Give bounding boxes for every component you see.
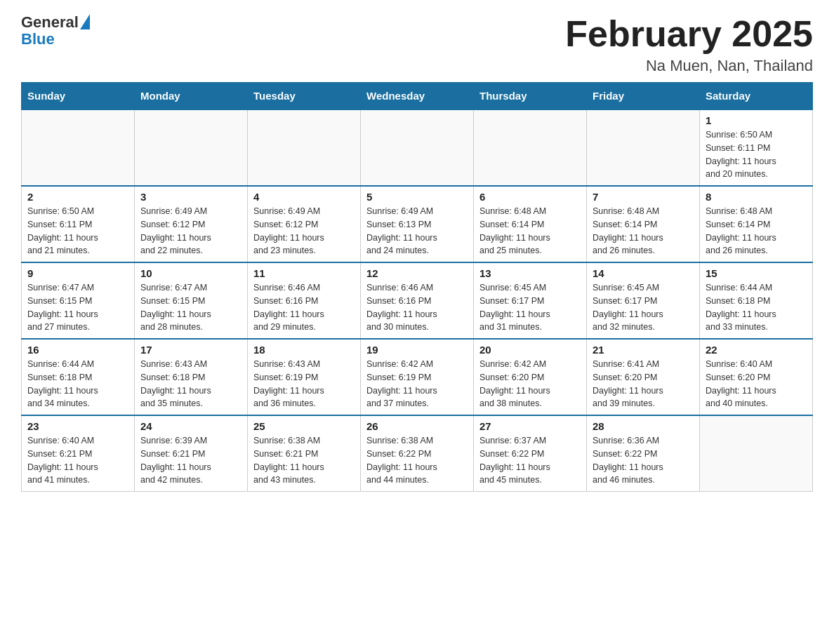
calendar-cell: 13Sunrise: 6:45 AM Sunset: 6:17 PM Dayli… — [474, 262, 587, 339]
day-info: Sunrise: 6:42 AM Sunset: 6:19 PM Dayligh… — [366, 358, 468, 410]
day-number: 14 — [593, 267, 694, 279]
calendar-cell: 19Sunrise: 6:42 AM Sunset: 6:19 PM Dayli… — [361, 339, 474, 415]
day-number: 13 — [479, 267, 581, 279]
calendar-cell: 11Sunrise: 6:46 AM Sunset: 6:16 PM Dayli… — [248, 262, 361, 339]
day-number: 28 — [593, 420, 694, 432]
day-number: 12 — [366, 267, 468, 279]
calendar-cell: 21Sunrise: 6:41 AM Sunset: 6:20 PM Dayli… — [587, 339, 700, 415]
calendar-table: SundayMondayTuesdayWednesdayThursdayFrid… — [21, 82, 813, 492]
calendar-cell: 26Sunrise: 6:38 AM Sunset: 6:22 PM Dayli… — [361, 415, 474, 492]
calendar-week-row: 2Sunrise: 6:50 AM Sunset: 6:11 PM Daylig… — [22, 186, 813, 262]
day-info: Sunrise: 6:41 AM Sunset: 6:20 PM Dayligh… — [593, 358, 694, 410]
title-block: February 2025 Na Muen, Nan, Thailand — [565, 14, 813, 75]
day-number: 19 — [366, 344, 468, 356]
column-header-tuesday: Tuesday — [248, 83, 361, 110]
calendar-cell: 25Sunrise: 6:38 AM Sunset: 6:21 PM Dayli… — [248, 415, 361, 492]
calendar-cell: 20Sunrise: 6:42 AM Sunset: 6:20 PM Dayli… — [474, 339, 587, 415]
day-number: 9 — [27, 267, 128, 279]
day-number: 15 — [706, 267, 807, 279]
calendar-week-row: 1Sunrise: 6:50 AM Sunset: 6:11 PM Daylig… — [22, 109, 813, 186]
logo-blue-text: Blue — [21, 30, 55, 48]
calendar-cell: 16Sunrise: 6:44 AM Sunset: 6:18 PM Dayli… — [22, 339, 135, 415]
day-info: Sunrise: 6:43 AM Sunset: 6:19 PM Dayligh… — [253, 358, 355, 410]
calendar-cell: 5Sunrise: 6:49 AM Sunset: 6:13 PM Daylig… — [361, 186, 474, 262]
day-number: 20 — [479, 344, 581, 356]
day-number: 3 — [140, 191, 241, 203]
calendar-cell: 18Sunrise: 6:43 AM Sunset: 6:19 PM Dayli… — [248, 339, 361, 415]
day-number: 10 — [140, 267, 241, 279]
calendar-cell — [22, 109, 135, 186]
column-header-wednesday: Wednesday — [361, 83, 474, 110]
day-info: Sunrise: 6:39 AM Sunset: 6:21 PM Dayligh… — [140, 434, 241, 487]
day-number: 8 — [706, 191, 807, 203]
calendar-cell: 7Sunrise: 6:48 AM Sunset: 6:14 PM Daylig… — [587, 186, 700, 262]
page-header: General Blue February 2025 Na Muen, Nan,… — [21, 14, 813, 75]
day-info: Sunrise: 6:49 AM Sunset: 6:12 PM Dayligh… — [140, 205, 241, 257]
calendar-cell: 12Sunrise: 6:46 AM Sunset: 6:16 PM Dayli… — [361, 262, 474, 339]
calendar-cell — [700, 415, 813, 492]
day-info: Sunrise: 6:48 AM Sunset: 6:14 PM Dayligh… — [593, 205, 694, 257]
day-number: 16 — [27, 344, 128, 356]
day-number: 5 — [366, 191, 468, 203]
day-number: 26 — [366, 420, 468, 432]
calendar-cell — [248, 109, 361, 186]
day-number: 6 — [479, 191, 581, 203]
day-info: Sunrise: 6:44 AM Sunset: 6:18 PM Dayligh… — [706, 281, 807, 334]
logo-triangle-icon — [80, 14, 90, 29]
calendar-cell: 24Sunrise: 6:39 AM Sunset: 6:21 PM Dayli… — [135, 415, 248, 492]
day-info: Sunrise: 6:50 AM Sunset: 6:11 PM Dayligh… — [706, 128, 807, 181]
column-header-friday: Friday — [587, 83, 700, 110]
day-info: Sunrise: 6:49 AM Sunset: 6:13 PM Dayligh… — [366, 205, 468, 257]
calendar-week-row: 23Sunrise: 6:40 AM Sunset: 6:21 PM Dayli… — [22, 415, 813, 492]
day-number: 27 — [479, 420, 581, 432]
location-title: Na Muen, Nan, Thailand — [565, 57, 813, 75]
day-info: Sunrise: 6:36 AM Sunset: 6:22 PM Dayligh… — [593, 434, 694, 487]
logo-general-text: General — [21, 14, 79, 31]
calendar-cell: 14Sunrise: 6:45 AM Sunset: 6:17 PM Dayli… — [587, 262, 700, 339]
day-number: 25 — [253, 420, 355, 432]
calendar-cell: 15Sunrise: 6:44 AM Sunset: 6:18 PM Dayli… — [700, 262, 813, 339]
day-info: Sunrise: 6:48 AM Sunset: 6:14 PM Dayligh… — [479, 205, 581, 257]
calendar-cell: 6Sunrise: 6:48 AM Sunset: 6:14 PM Daylig… — [474, 186, 587, 262]
day-info: Sunrise: 6:50 AM Sunset: 6:11 PM Dayligh… — [27, 205, 128, 257]
calendar-cell: 17Sunrise: 6:43 AM Sunset: 6:18 PM Dayli… — [135, 339, 248, 415]
calendar-cell: 3Sunrise: 6:49 AM Sunset: 6:12 PM Daylig… — [135, 186, 248, 262]
calendar-cell — [361, 109, 474, 186]
day-info: Sunrise: 6:45 AM Sunset: 6:17 PM Dayligh… — [593, 281, 694, 334]
day-info: Sunrise: 6:38 AM Sunset: 6:22 PM Dayligh… — [366, 434, 468, 487]
day-number: 17 — [140, 344, 241, 356]
day-info: Sunrise: 6:40 AM Sunset: 6:20 PM Dayligh… — [706, 358, 807, 410]
day-info: Sunrise: 6:47 AM Sunset: 6:15 PM Dayligh… — [140, 281, 241, 334]
calendar-cell: 23Sunrise: 6:40 AM Sunset: 6:21 PM Dayli… — [22, 415, 135, 492]
calendar-cell: 8Sunrise: 6:48 AM Sunset: 6:14 PM Daylig… — [700, 186, 813, 262]
day-number: 23 — [27, 420, 128, 432]
logo: General Blue — [21, 14, 90, 48]
column-header-monday: Monday — [135, 83, 248, 110]
column-header-thursday: Thursday — [474, 83, 587, 110]
day-number: 1 — [706, 114, 807, 126]
calendar-cell: 2Sunrise: 6:50 AM Sunset: 6:11 PM Daylig… — [22, 186, 135, 262]
day-info: Sunrise: 6:49 AM Sunset: 6:12 PM Dayligh… — [253, 205, 355, 257]
day-number: 4 — [253, 191, 355, 203]
day-info: Sunrise: 6:46 AM Sunset: 6:16 PM Dayligh… — [366, 281, 468, 334]
day-number: 7 — [593, 191, 694, 203]
day-info: Sunrise: 6:37 AM Sunset: 6:22 PM Dayligh… — [479, 434, 581, 487]
column-header-sunday: Sunday — [22, 83, 135, 110]
day-number: 22 — [706, 344, 807, 356]
month-title: February 2025 — [565, 14, 813, 54]
day-number: 24 — [140, 420, 241, 432]
column-header-saturday: Saturday — [700, 83, 813, 110]
day-info: Sunrise: 6:45 AM Sunset: 6:17 PM Dayligh… — [479, 281, 581, 334]
calendar-header-row: SundayMondayTuesdayWednesdayThursdayFrid… — [22, 83, 813, 110]
calendar-cell — [474, 109, 587, 186]
day-info: Sunrise: 6:48 AM Sunset: 6:14 PM Dayligh… — [706, 205, 807, 257]
calendar-cell: 9Sunrise: 6:47 AM Sunset: 6:15 PM Daylig… — [22, 262, 135, 339]
calendar-cell: 1Sunrise: 6:50 AM Sunset: 6:11 PM Daylig… — [700, 109, 813, 186]
day-number: 11 — [253, 267, 355, 279]
day-info: Sunrise: 6:42 AM Sunset: 6:20 PM Dayligh… — [479, 358, 581, 410]
day-number: 18 — [253, 344, 355, 356]
calendar-cell — [587, 109, 700, 186]
day-number: 2 — [27, 191, 128, 203]
day-info: Sunrise: 6:47 AM Sunset: 6:15 PM Dayligh… — [27, 281, 128, 334]
day-number: 21 — [593, 344, 694, 356]
